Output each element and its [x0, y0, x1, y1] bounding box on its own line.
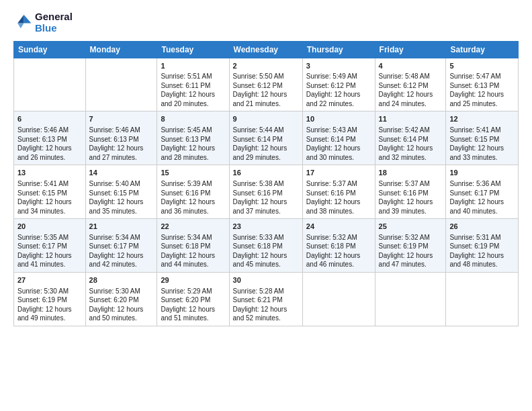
day-number: 24: [306, 222, 371, 232]
day-number: 1: [161, 61, 225, 71]
cell-info-line: Sunrise: 5:46 AM: [17, 126, 82, 135]
calendar-cell: 1Sunrise: 5:51 AMSunset: 6:11 PMDaylight…: [157, 58, 229, 111]
svg-marker-0: [24, 15, 32, 23]
cell-info-line: Daylight: 12 hours and 20 minutes.: [161, 90, 225, 108]
calendar-cell: [85, 58, 157, 111]
calendar-cell: 22Sunrise: 5:34 AMSunset: 6:18 PMDayligh…: [157, 219, 229, 273]
day-number: 27: [17, 275, 82, 285]
cell-info-line: Sunrise: 5:41 AM: [449, 126, 515, 135]
cell-content: 28Sunrise: 5:30 AMSunset: 6:20 PMDayligh…: [89, 275, 154, 323]
day-number: 10: [306, 114, 371, 124]
page: General Blue SundayMondayTuesdayWednesda…: [0, 0, 532, 411]
cell-info-line: Sunset: 6:15 PM: [17, 189, 82, 198]
day-number: 28: [89, 275, 154, 285]
cell-info-line: Sunset: 6:17 PM: [89, 242, 154, 251]
calendar-cell: 26Sunrise: 5:31 AMSunset: 6:19 PMDayligh…: [446, 219, 519, 273]
cell-info-line: Daylight: 12 hours and 33 minutes.: [449, 144, 515, 162]
col-header-saturday: Saturday: [446, 41, 519, 58]
cell-content: 27Sunrise: 5:30 AMSunset: 6:19 PMDayligh…: [17, 275, 82, 323]
cell-info-line: Sunrise: 5:51 AM: [161, 72, 225, 81]
day-number: 14: [89, 168, 154, 178]
cell-info-line: Sunrise: 5:34 AM: [161, 233, 225, 242]
day-number: 30: [233, 275, 299, 285]
cell-content: 13Sunrise: 5:41 AMSunset: 6:15 PMDayligh…: [17, 168, 82, 216]
day-number: 25: [379, 222, 443, 232]
cell-info-line: Sunrise: 5:47 AM: [449, 72, 515, 81]
cell-info-line: Sunset: 6:20 PM: [161, 295, 225, 305]
cell-info-line: Daylight: 12 hours and 21 minutes.: [233, 90, 299, 108]
cell-info-line: Daylight: 12 hours and 26 minutes.: [17, 144, 82, 162]
cell-info-line: Sunset: 6:18 PM: [233, 242, 299, 251]
day-number: 6: [17, 114, 82, 124]
cell-content: 18Sunrise: 5:37 AMSunset: 6:16 PMDayligh…: [379, 168, 443, 216]
cell-info-line: Daylight: 12 hours and 51 minutes.: [161, 305, 225, 323]
cell-info-line: Sunrise: 5:37 AM: [306, 179, 371, 189]
logo-text: General Blue: [35, 11, 73, 34]
calendar-cell: 5Sunrise: 5:47 AMSunset: 6:13 PMDaylight…: [446, 58, 519, 111]
col-header-wednesday: Wednesday: [229, 41, 302, 58]
cell-content: 23Sunrise: 5:33 AMSunset: 6:18 PMDayligh…: [233, 222, 299, 269]
cell-content: 20Sunrise: 5:35 AMSunset: 6:17 PMDayligh…: [17, 222, 82, 269]
cell-info-line: Daylight: 12 hours and 22 minutes.: [306, 90, 371, 108]
cell-info-line: Daylight: 12 hours and 25 minutes.: [449, 90, 515, 108]
cell-info-line: Daylight: 12 hours and 29 minutes.: [233, 144, 299, 162]
cell-content: 26Sunrise: 5:31 AMSunset: 6:19 PMDayligh…: [449, 222, 515, 269]
cell-info-line: Sunset: 6:18 PM: [306, 242, 371, 251]
calendar: SundayMondayTuesdayWednesdayThursdayFrid…: [13, 41, 519, 326]
day-number: 5: [449, 61, 515, 71]
cell-content: 12Sunrise: 5:41 AMSunset: 6:15 PMDayligh…: [449, 114, 515, 162]
cell-info-line: Sunset: 6:15 PM: [449, 135, 515, 144]
cell-info-line: Sunrise: 5:32 AM: [379, 233, 443, 242]
cell-info-line: Sunset: 6:16 PM: [306, 189, 371, 198]
cell-info-line: Sunset: 6:13 PM: [161, 135, 225, 144]
calendar-cell: 8Sunrise: 5:45 AMSunset: 6:13 PMDaylight…: [157, 111, 229, 165]
svg-marker-1: [17, 15, 24, 23]
cell-info-line: Sunrise: 5:46 AM: [89, 126, 154, 135]
day-number: 12: [449, 114, 515, 124]
cell-info-line: Sunset: 6:16 PM: [233, 189, 299, 198]
cell-info-line: Sunrise: 5:41 AM: [17, 179, 82, 189]
day-number: 16: [233, 168, 299, 178]
day-number: 20: [17, 222, 82, 232]
cell-info-line: Sunrise: 5:34 AM: [89, 233, 154, 242]
cell-info-line: Daylight: 12 hours and 36 minutes.: [161, 197, 225, 216]
calendar-cell: 3Sunrise: 5:49 AMSunset: 6:12 PMDaylight…: [302, 58, 375, 111]
day-number: 3: [306, 61, 371, 71]
cell-info-line: Sunrise: 5:39 AM: [161, 179, 225, 189]
day-number: 26: [449, 222, 515, 232]
day-number: 29: [161, 275, 225, 285]
cell-info-line: Sunrise: 5:35 AM: [17, 233, 82, 242]
cell-info-line: Daylight: 12 hours and 34 minutes.: [17, 197, 82, 216]
day-number: 17: [306, 168, 371, 178]
cell-info-line: Sunset: 6:18 PM: [161, 242, 225, 251]
cell-content: 19Sunrise: 5:36 AMSunset: 6:17 PMDayligh…: [449, 168, 515, 216]
cell-content: 6Sunrise: 5:46 AMSunset: 6:13 PMDaylight…: [17, 114, 82, 162]
day-number: 22: [161, 222, 225, 232]
day-number: 19: [449, 168, 515, 178]
cell-info-line: Sunrise: 5:43 AM: [306, 126, 371, 135]
cell-info-line: Daylight: 12 hours and 30 minutes.: [306, 144, 371, 162]
cell-content: 5Sunrise: 5:47 AMSunset: 6:13 PMDaylight…: [449, 61, 515, 109]
cell-content: 24Sunrise: 5:32 AMSunset: 6:18 PMDayligh…: [306, 222, 371, 269]
cell-content: 21Sunrise: 5:34 AMSunset: 6:17 PMDayligh…: [89, 222, 154, 269]
cell-content: 30Sunrise: 5:28 AMSunset: 6:21 PMDayligh…: [233, 275, 299, 323]
cell-info-line: Daylight: 12 hours and 28 minutes.: [161, 144, 225, 162]
cell-info-line: Daylight: 12 hours and 38 minutes.: [306, 197, 371, 216]
svg-marker-2: [17, 24, 24, 29]
cell-content: 22Sunrise: 5:34 AMSunset: 6:18 PMDayligh…: [161, 222, 225, 269]
calendar-cell: 6Sunrise: 5:46 AMSunset: 6:13 PMDaylight…: [14, 111, 86, 165]
calendar-cell: 15Sunrise: 5:39 AMSunset: 6:16 PMDayligh…: [157, 165, 229, 219]
calendar-cell: [375, 272, 446, 326]
cell-info-line: Sunrise: 5:40 AM: [89, 179, 154, 189]
cell-info-line: Sunrise: 5:32 AM: [306, 233, 371, 242]
cell-info-line: Sunset: 6:14 PM: [379, 135, 443, 144]
day-number: 4: [379, 61, 443, 71]
cell-content: 29Sunrise: 5:29 AMSunset: 6:20 PMDayligh…: [161, 275, 225, 323]
cell-info-line: Daylight: 12 hours and 42 minutes.: [89, 251, 154, 269]
calendar-cell: 2Sunrise: 5:50 AMSunset: 6:12 PMDaylight…: [229, 58, 302, 111]
calendar-cell: 13Sunrise: 5:41 AMSunset: 6:15 PMDayligh…: [14, 165, 86, 219]
cell-info-line: Sunrise: 5:28 AM: [233, 287, 299, 296]
day-number: 2: [233, 61, 299, 71]
cell-info-line: Daylight: 12 hours and 48 minutes.: [449, 251, 515, 269]
calendar-cell: 20Sunrise: 5:35 AMSunset: 6:17 PMDayligh…: [14, 219, 86, 273]
